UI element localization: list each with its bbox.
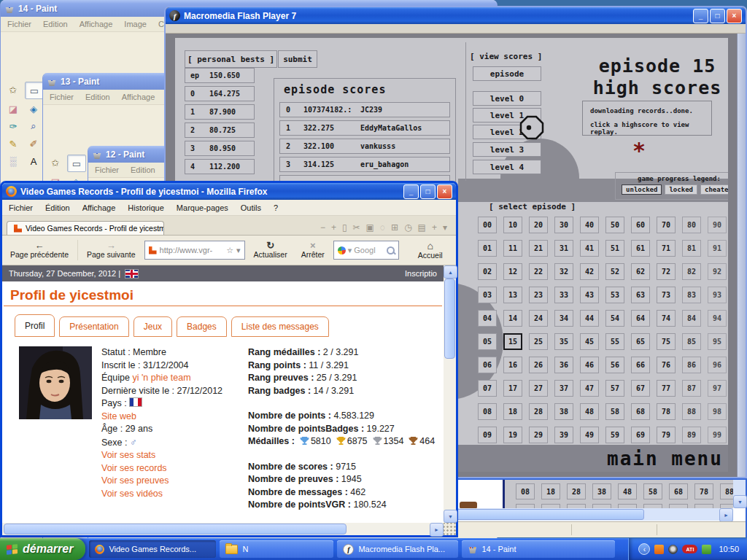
select-icon[interactable]: ▭	[25, 82, 44, 99]
add-icon[interactable]: +	[432, 222, 437, 233]
episode-cell[interactable]: 81	[682, 240, 701, 257]
scroll-up-button[interactable]: ▲	[444, 265, 457, 279]
episode-cell[interactable]: 02	[478, 263, 497, 280]
url-bar[interactable]: http://www.vgr- ☆ ▾	[144, 241, 245, 260]
main-menu-button[interactable]: main menu	[607, 448, 723, 470]
episode-cell[interactable]: 08	[478, 403, 497, 420]
search-engine-dropdown-icon[interactable]: ▾	[348, 246, 352, 255]
zoom-in-icon[interactable]: +	[331, 222, 336, 233]
view-scores-button[interactable]: level 4	[473, 160, 541, 174]
browser-tab[interactable]: Video Games Records - Profil de yicestmo…	[7, 221, 164, 235]
episode-cell[interactable]: 73	[657, 287, 676, 303]
menu-item[interactable]: ?	[274, 203, 278, 212]
episode-cell[interactable]: 50	[605, 217, 624, 233]
inscription-link[interactable]: Inscriptio	[405, 269, 437, 278]
episode-cell[interactable]: 88	[682, 403, 701, 420]
firefox-titlebar[interactable]: Video Games Records - Profil de yicestmo…	[2, 183, 456, 200]
tab-pr-sentation[interactable]: Présentation	[59, 316, 128, 337]
personal-best-row[interactable]: 0164.275	[185, 86, 255, 101]
episode-cell[interactable]: 46	[580, 357, 599, 373]
episode-cell[interactable]: 43	[580, 287, 599, 303]
episode-cell[interactable]: 95	[708, 333, 727, 350]
close-button[interactable]: ×	[437, 184, 452, 199]
view-scores-button[interactable]: level 0	[473, 91, 541, 106]
episode-cell[interactable]: 61	[631, 240, 650, 257]
search-icon[interactable]	[387, 246, 395, 254]
episode-cell[interactable]: 52	[605, 263, 624, 280]
text-icon[interactable]: A	[25, 153, 42, 169]
forward-button[interactable]: → Page suivante	[82, 240, 141, 260]
episode-cell[interactable]: 22	[529, 263, 548, 280]
refresh-button[interactable]: ↻ Actualiser	[249, 240, 293, 260]
new-window-icon[interactable]: ⊞	[391, 222, 398, 233]
episode-cell[interactable]: 60	[631, 217, 650, 233]
episode-cell[interactable]: 01	[478, 240, 497, 257]
episode-cell[interactable]: 48	[580, 403, 599, 420]
clock[interactable]: 10:50	[719, 545, 739, 553]
tab-jeux[interactable]: Jeux	[133, 316, 172, 337]
episode-cell[interactable]: 21	[529, 240, 548, 257]
hide-icons-chevron[interactable]: ‹	[638, 543, 650, 555]
website-link[interactable]: Site web	[101, 411, 136, 421]
bookmark-star-icon[interactable]: ☆	[226, 246, 233, 255]
menu-item[interactable]: Edition	[43, 20, 68, 28]
stop-button[interactable]: × Arrêter	[296, 240, 330, 260]
episode-cell[interactable]: 68	[631, 403, 650, 420]
episode-cell[interactable]: 90	[708, 217, 727, 233]
start-button[interactable]: démarrer	[0, 538, 85, 560]
episode-cell[interactable]: 48	[618, 483, 637, 499]
scroll-right-button[interactable]: ►	[430, 523, 444, 537]
episode-cell[interactable]: 75	[657, 333, 676, 350]
episode-cell[interactable]: 29	[529, 427, 548, 443]
episode-cell[interactable]: 40	[580, 217, 599, 233]
episode-cell[interactable]: 27	[529, 380, 548, 397]
episode-cell[interactable]: 18	[503, 403, 522, 420]
episode-cell[interactable]: 62	[631, 263, 650, 280]
episode-cell[interactable]: 79	[657, 427, 676, 443]
color-picker-icon[interactable]: ✑	[4, 118, 22, 134]
freeform-select-icon[interactable]: ✩	[4, 82, 22, 98]
episode-cell[interactable]: 72	[657, 263, 676, 280]
episode-cell[interactable]: 64	[631, 310, 650, 327]
episode-cell[interactable]: 49	[580, 427, 599, 443]
episode-cell[interactable]: 54	[605, 310, 624, 327]
highscore-row[interactable]: 2322.100vankusss	[279, 139, 450, 154]
episode-cell[interactable]: 33	[554, 287, 573, 303]
scroll-right-button[interactable]: ►	[719, 508, 733, 522]
episode-cell[interactable]: 69	[631, 427, 650, 443]
episode-cell[interactable]: 20	[529, 217, 548, 233]
personal-best-row[interactable]: 280.725	[185, 122, 255, 138]
tray-camera-icon[interactable]	[668, 545, 678, 554]
horizontal-scrollbar[interactable]: ►	[454, 508, 733, 521]
back-button[interactable]: ← Page précédente	[5, 240, 74, 260]
episode-cell[interactable]: 08	[516, 483, 535, 499]
episode-cell[interactable]: 53	[605, 287, 624, 303]
episode-cell[interactable]: 68	[669, 483, 688, 499]
magnifier-icon[interactable]: ⌕	[25, 118, 42, 134]
submit-tab[interactable]: submit	[278, 50, 317, 68]
episode-cell[interactable]: 92	[708, 263, 727, 280]
profile-link[interactable]: Voir ses vidéos	[101, 489, 163, 499]
ati-tray-icon[interactable]: ATI	[682, 545, 697, 553]
personal-best-row[interactable]: 187.900	[185, 104, 255, 120]
episode-cell[interactable]: 78	[694, 483, 713, 499]
taskbar-task-firefox[interactable]: Video Games Records...	[89, 540, 216, 558]
episode-cell[interactable]: 83	[682, 287, 701, 303]
uk-flag-icon[interactable]	[125, 269, 139, 279]
episode-cell[interactable]: 16	[503, 357, 522, 373]
menu-item[interactable]: Fichier	[7, 20, 31, 28]
episode-cell[interactable]: 39	[554, 427, 573, 443]
view-scores-button[interactable]: level 3	[473, 142, 541, 157]
episode-cell[interactable]: 28	[567, 483, 586, 499]
episode-cell[interactable]: 35	[554, 333, 573, 350]
menu-item[interactable]: Edition	[131, 166, 155, 174]
episode-cell[interactable]: 06	[478, 357, 497, 373]
profile-link[interactable]: Voir ses stats	[101, 450, 155, 460]
menu-item[interactable]: Affichage	[82, 203, 116, 212]
episode-cell[interactable]: 23	[529, 287, 548, 303]
episode-cell[interactable]: 51	[605, 240, 624, 257]
episode-cell[interactable]: 80	[682, 217, 701, 233]
airbrush-icon[interactable]: ░	[4, 153, 22, 169]
team-link[interactable]: yi 'n phie team	[132, 373, 190, 383]
tray-app-icon[interactable]	[654, 545, 664, 554]
